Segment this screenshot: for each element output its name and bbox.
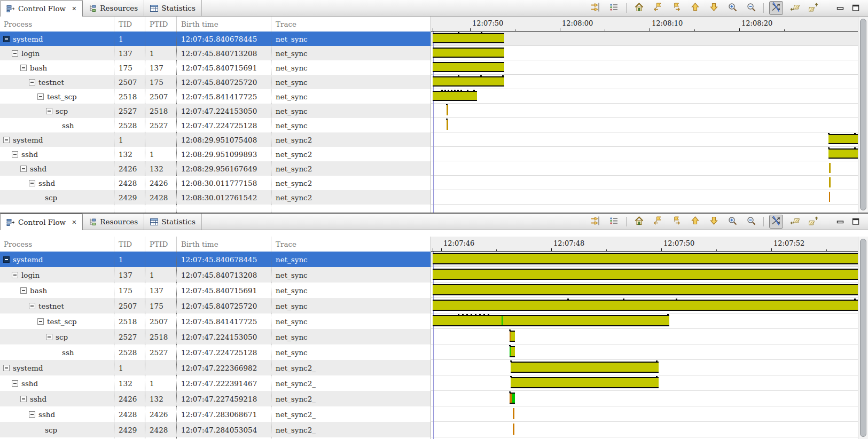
button-next-marker[interactable] <box>669 1 683 15</box>
button-previous-marker[interactable] <box>651 215 664 229</box>
table-row[interactable]: sshd2428242612:07:47.283068671net_sync2_ <box>0 406 431 422</box>
state-bar[interactable] <box>433 76 504 87</box>
collapse-expander-icon[interactable] <box>29 180 35 186</box>
state-bar[interactable] <box>513 408 514 419</box>
table-row[interactable]: sshd242613212:07:47.227459218net_sync2_ <box>0 391 431 406</box>
table-row[interactable]: scp2429242812:07:47.284053054net_sync2_ <box>0 422 431 437</box>
collapse-expander-icon[interactable] <box>12 151 18 158</box>
button-next-marker[interactable] <box>669 215 683 229</box>
collapse-expander-icon[interactable] <box>20 396 27 402</box>
button-align-views[interactable] <box>588 1 602 15</box>
state-bar[interactable] <box>829 192 830 202</box>
table-row[interactable]: testnet250717512:07:45.840725720net_sync <box>0 75 431 89</box>
column-header-process[interactable]: Process <box>0 237 114 252</box>
collapse-expander-icon[interactable] <box>3 36 10 42</box>
button-home[interactable] <box>632 215 646 229</box>
table-row[interactable]: scp2429242812:08:30.012761542net_sync2 <box>0 190 431 205</box>
button-follow-forward[interactable] <box>807 1 820 15</box>
button-home[interactable] <box>632 1 646 15</box>
table-row[interactable]: bash17513712:07:45.840715691net_sync <box>0 60 431 75</box>
table-row[interactable]: systemd112:08:29.951075408net_sync2 <box>0 132 431 147</box>
button-down[interactable] <box>707 215 721 229</box>
state-bar[interactable] <box>433 62 504 72</box>
button-align-views[interactable] <box>588 215 602 229</box>
collapse-expander-icon[interactable] <box>3 256 10 263</box>
state-bar[interactable] <box>433 269 858 280</box>
state-bar[interactable] <box>433 48 504 58</box>
button-filter-list[interactable] <box>607 1 621 15</box>
state-bar[interactable] <box>433 33 504 43</box>
column-header-tid[interactable]: TID <box>114 17 145 32</box>
minimize-button[interactable] <box>835 3 845 13</box>
button-filter-list[interactable] <box>607 215 621 229</box>
state-bar[interactable] <box>511 362 659 373</box>
button-previous-marker[interactable] <box>651 1 664 15</box>
collapse-expander-icon[interactable] <box>29 411 35 418</box>
button-zoom-in[interactable] <box>725 215 739 229</box>
column-header-birth-time[interactable]: Birth time <box>176 237 271 252</box>
button-up[interactable] <box>688 215 702 229</box>
vertical-scrollbar[interactable] <box>858 17 868 213</box>
state-bar[interactable] <box>829 163 831 173</box>
column-header-ptid[interactable]: PTID <box>145 237 176 252</box>
time-axis[interactable]: 12:07:5012:08:0012:08:1012:08:20 <box>431 17 858 32</box>
column-header-tid[interactable]: TID <box>114 237 145 252</box>
collapse-expander-icon[interactable] <box>3 137 10 143</box>
close-icon[interactable]: ✕ <box>72 6 76 12</box>
collapse-expander-icon[interactable] <box>12 272 18 278</box>
button-hide-arrows[interactable] <box>769 1 783 15</box>
state-bar[interactable] <box>433 315 669 326</box>
button-up[interactable] <box>688 1 702 15</box>
button-zoom-in[interactable] <box>725 1 739 15</box>
time-axis[interactable]: 12:07:4612:07:4812:07:5012:07:52 <box>431 237 858 252</box>
collapse-expander-icon[interactable] <box>12 50 18 57</box>
state-bar[interactable] <box>511 377 659 388</box>
table-row[interactable]: sshd132112:08:29.951099893net_sync2 <box>0 147 431 161</box>
scrollbar-thumb[interactable] <box>860 239 866 437</box>
table-row[interactable]: ssh2528252712:07:47.224725128net_sync <box>0 344 431 360</box>
button-zoom-out[interactable] <box>744 1 758 15</box>
table-row[interactable]: sshd242613212:08:29.956167649net_sync2 <box>0 161 431 176</box>
collapse-expander-icon[interactable] <box>20 166 27 172</box>
table-row[interactable]: scp2527251812:07:47.224153050net_sync <box>0 329 431 344</box>
column-header-ptid[interactable]: PTID <box>145 17 176 32</box>
collapse-expander-icon[interactable] <box>37 318 44 325</box>
button-follow-backward[interactable] <box>788 1 802 15</box>
collapse-expander-icon[interactable] <box>29 303 35 309</box>
tab-control-flow[interactable]: Control Flow✕ <box>0 0 83 17</box>
state-bar[interactable] <box>513 424 514 435</box>
maximize-button[interactable] <box>851 217 861 226</box>
table-row[interactable]: test_scp2518250712:07:45.841417725net_sy… <box>0 89 431 104</box>
collapse-expander-icon[interactable] <box>46 108 52 114</box>
maximize-button[interactable] <box>851 3 861 13</box>
state-bar[interactable] <box>829 177 831 187</box>
table-row[interactable]: login137112:07:45.840713208net_sync <box>0 46 431 60</box>
tab-resources[interactable]: Resources <box>83 214 144 230</box>
tab-statistics[interactable]: Statistics <box>144 0 202 16</box>
table-row[interactable]: test_scp2518250712:07:45.841417725net_sy… <box>0 313 431 329</box>
state-bar[interactable] <box>433 91 477 101</box>
table-row[interactable]: bash17513712:07:45.840715691net_sync <box>0 283 431 298</box>
table-row[interactable]: scp2527251812:07:47.224153050net_sync <box>0 104 431 118</box>
table-row[interactable]: systemd112:07:45.840678445net_sync <box>0 252 431 267</box>
state-bar[interactable] <box>510 331 515 342</box>
close-icon[interactable]: ✕ <box>72 219 76 225</box>
collapse-expander-icon[interactable] <box>12 380 18 387</box>
column-header-trace[interactable]: Trace <box>271 17 431 32</box>
button-zoom-out[interactable] <box>744 215 758 229</box>
column-header-process[interactable]: Process <box>0 17 114 32</box>
column-header-trace[interactable]: Trace <box>271 237 431 252</box>
table-row[interactable]: ssh2528252712:07:47.224725128net_sync <box>0 118 431 132</box>
collapse-expander-icon[interactable] <box>3 365 10 371</box>
state-bar[interactable] <box>447 120 448 130</box>
table-row[interactable]: sshd2428242612:08:30.011777158net_sync2 <box>0 176 431 190</box>
column-header-birth-time[interactable]: Birth time <box>176 17 271 32</box>
tab-control-flow[interactable]: Control Flow✕ <box>0 214 83 230</box>
collapse-expander-icon[interactable] <box>29 79 35 85</box>
minimize-button[interactable] <box>835 217 845 226</box>
state-bar[interactable] <box>510 393 515 404</box>
state-bar[interactable] <box>510 346 515 357</box>
scrollbar-thumb[interactable] <box>860 19 866 210</box>
state-bar[interactable] <box>433 253 858 264</box>
collapse-expander-icon[interactable] <box>37 93 44 100</box>
